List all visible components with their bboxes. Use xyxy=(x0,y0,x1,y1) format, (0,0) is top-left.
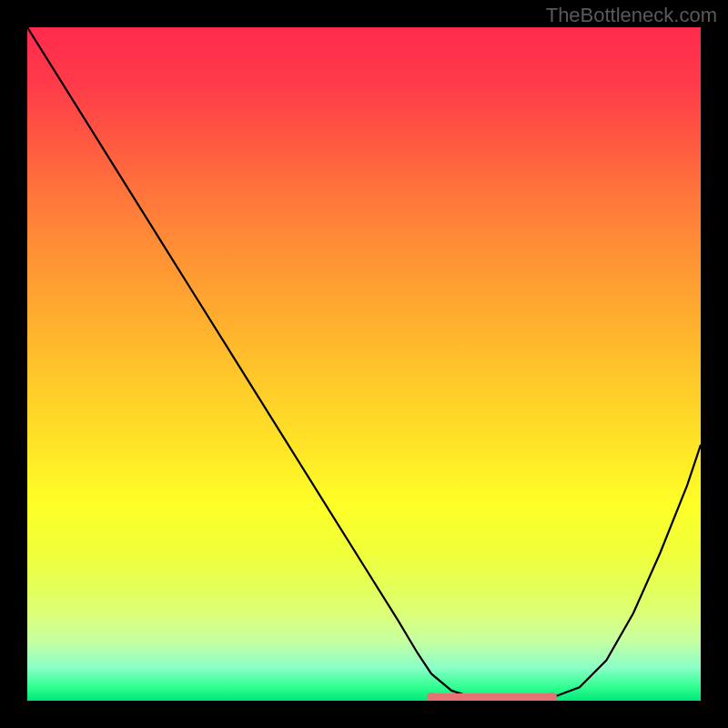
chart-plot-area xyxy=(27,27,701,701)
watermark-text: TheBottleneck.com xyxy=(546,4,717,27)
optimal-range-band xyxy=(431,693,552,701)
optimal-range-start-dot xyxy=(427,693,436,701)
optimal-range-end-dot xyxy=(548,693,557,701)
bottleneck-curve xyxy=(27,27,701,701)
